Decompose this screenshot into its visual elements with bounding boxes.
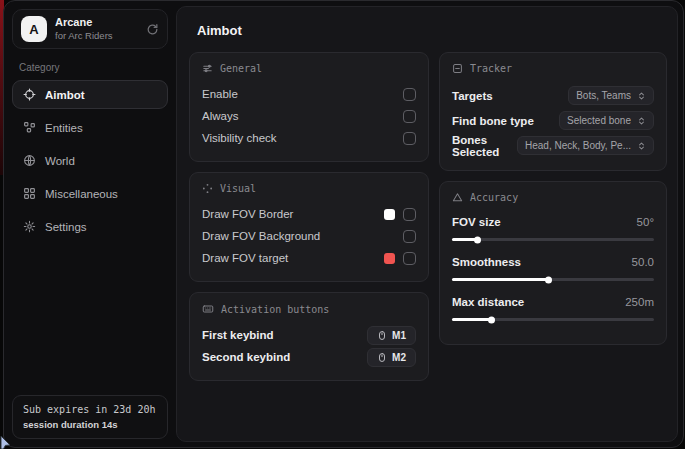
slider-fill (452, 318, 492, 321)
scan-box-icon (452, 63, 463, 74)
slider-label: FOV size (452, 216, 501, 228)
fov-background-checkbox[interactable] (403, 230, 416, 243)
sidebar-item-label: Entities (45, 122, 83, 134)
sidebar-item-label: Aimbot (45, 89, 85, 101)
setting-label: Draw FOV target (202, 252, 288, 264)
tracker-card: Tracker Targets Bots, Teams (439, 52, 667, 171)
activation-card-header: Activation buttons (202, 303, 416, 315)
app-logo: A (21, 16, 47, 42)
keybind-value: M2 (392, 352, 406, 363)
smoothness-slider-group: Smoothness 50.0 (452, 252, 654, 281)
max-distance-slider-group: Max distance 250m (452, 292, 654, 321)
setting-row-bones-selected: Bones Selected Head, Neck, Body, Pe... (452, 133, 654, 158)
globe-icon (23, 154, 36, 167)
sidebar-item-entities[interactable]: Entities (12, 113, 168, 142)
setting-row-always: Always (202, 105, 416, 127)
accuracy-card-title: Accuracy (470, 192, 518, 203)
sub-expiry-text: Sub expires in 23d 20h (23, 404, 157, 415)
mouse-icon (377, 352, 387, 363)
triangle-icon (452, 192, 463, 203)
setting-label: Draw FOV Background (202, 230, 320, 242)
visual-card-header: Visual (202, 183, 416, 194)
slider-thumb[interactable] (488, 316, 495, 323)
general-card-title: General (220, 63, 262, 74)
sidebar: A Arcane for Arc Riders Category (4, 1, 176, 447)
setting-row-fov-border: Draw FOV Border (202, 203, 416, 225)
slider-value: 50.0 (632, 256, 654, 268)
logo-text: Arcane for Arc Riders (55, 16, 113, 42)
accuracy-card: Accuracy FOV size 50° (439, 181, 667, 345)
slider-fill (452, 278, 549, 281)
main-panel: Aimbot General (176, 6, 678, 442)
sidebar-item-aimbot[interactable]: Aimbot (12, 80, 168, 109)
tracker-card-title: Tracker (470, 63, 512, 74)
controls (384, 252, 416, 265)
page-title: Aimbot (197, 23, 667, 38)
smoothness-slider[interactable] (452, 278, 654, 281)
setting-row-visibility-check: Visibility check (202, 127, 416, 149)
sidebar-item-settings[interactable]: Settings (12, 212, 168, 241)
visibility-check-checkbox[interactable] (403, 132, 416, 145)
first-keybind-button[interactable]: M1 (367, 326, 416, 345)
sparkle-icon (202, 183, 213, 194)
sidebar-item-label: Settings (45, 221, 87, 233)
logo-card: A Arcane for Arc Riders (12, 9, 168, 49)
slider-header: Max distance 250m (452, 292, 654, 312)
gear-icon (23, 220, 36, 233)
fov-size-slider-group: FOV size 50° (452, 212, 654, 241)
max-distance-slider[interactable] (452, 318, 654, 321)
sidebar-item-miscellaneous[interactable]: Miscellaneous (12, 179, 168, 208)
slider-thumb[interactable] (474, 236, 481, 243)
visual-card-title: Visual (220, 183, 256, 194)
sidebar-item-world[interactable]: World (12, 146, 168, 175)
slider-label: Max distance (452, 296, 524, 308)
always-checkbox[interactable] (403, 110, 416, 123)
tracker-card-header: Tracker (452, 63, 654, 74)
fov-border-checkbox[interactable] (403, 208, 416, 221)
chevron-updown-icon (637, 116, 646, 126)
targets-select-value: Bots, Teams (576, 90, 631, 101)
enable-checkbox[interactable] (403, 88, 416, 101)
setting-row-first-keybind: First keybind M1 (202, 324, 416, 346)
keybind-value: M1 (392, 330, 406, 341)
slider-value: 250m (625, 296, 654, 308)
fov-size-slider[interactable] (452, 238, 654, 241)
left-column: General Enable Always Visibility check (189, 52, 429, 381)
fov-target-color-swatch[interactable] (384, 253, 395, 264)
activation-card: Activation buttons First keybind M1 (189, 292, 429, 381)
sliders-icon (202, 63, 213, 74)
setting-label: Draw FOV Border (202, 208, 293, 220)
session-duration-text: session duration 14s (23, 419, 157, 430)
setting-row-fov-target: Draw FOV target (202, 247, 416, 269)
visual-card: Visual Draw FOV Border Draw FOV Backgrou… (189, 172, 429, 282)
activation-card-title: Activation buttons (221, 304, 329, 315)
app-window: A Arcane for Arc Riders Category (3, 0, 684, 448)
slider-label: Smoothness (452, 256, 521, 268)
find-bone-type-select[interactable]: Selected bone (559, 111, 654, 130)
setting-label: Find bone type (452, 115, 534, 127)
setting-row-fov-background: Draw FOV Background (202, 225, 416, 247)
bones-selected-select[interactable]: Head, Neck, Body, Pe... (517, 136, 654, 155)
targets-select[interactable]: Bots, Teams (568, 86, 654, 105)
app-title: Arcane (55, 16, 113, 30)
second-keybind-button[interactable]: M2 (367, 348, 416, 367)
setting-row-targets: Targets Bots, Teams (452, 83, 654, 108)
app-subtitle: for Arc Riders (55, 30, 113, 42)
general-card-header: General (202, 63, 416, 74)
setting-label: Targets (452, 90, 493, 102)
slider-header: Smoothness 50.0 (452, 252, 654, 272)
setting-row-find-bone-type: Find bone type Selected bone (452, 108, 654, 133)
setting-row-enable: Enable (202, 83, 416, 105)
refresh-icon[interactable] (146, 23, 159, 36)
subscription-card: Sub expires in 23d 20h session duration … (12, 395, 168, 439)
sidebar-item-label: Miscellaneous (45, 188, 118, 200)
setting-label: Always (202, 110, 238, 122)
keyboard-icon (202, 303, 214, 315)
fov-target-checkbox[interactable] (403, 252, 416, 265)
crosshair-icon (23, 88, 36, 101)
desktop: A Arcane for Arc Riders Category (0, 0, 685, 449)
slider-thumb[interactable] (545, 276, 552, 283)
fov-border-color-swatch[interactable] (384, 209, 395, 220)
right-column: Tracker Targets Bots, Teams (439, 52, 667, 345)
setting-row-second-keybind: Second keybind M2 (202, 346, 416, 368)
